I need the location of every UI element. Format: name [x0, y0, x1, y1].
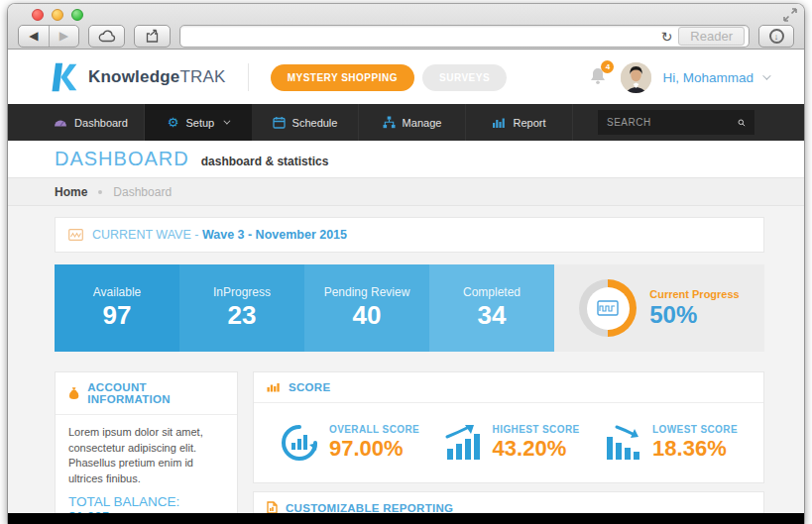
downloads-button[interactable]: ↓: [758, 25, 794, 48]
metric-text: HIGHEST SCORE 43.20%: [493, 424, 580, 462]
account-information-card: ACCOUNT INFORMATION Lorem ipsum dolor si…: [55, 371, 238, 524]
header-divider: [248, 63, 249, 91]
zoom-window-button[interactable]: [71, 9, 83, 21]
browser-window: ◀ ▶ ↻ Reader ↓: [8, 4, 804, 524]
overall-score-icon: [280, 423, 319, 463]
page-title: DASHBOARD: [55, 148, 189, 170]
close-window-button[interactable]: [32, 9, 44, 21]
browser-chrome: ◀ ▶ ↻ Reader ↓: [8, 4, 804, 50]
notifications-button[interactable]: 4: [589, 66, 607, 89]
metric-lowest-score: LOWEST SCORE 18.36%: [603, 423, 738, 463]
icloud-tabs-button[interactable]: [88, 25, 125, 48]
metric-text: LOWEST SCORE 18.36%: [652, 424, 738, 462]
setup-chevron-down-icon: [224, 118, 231, 125]
progress-text: Current Progress 50%: [649, 288, 739, 329]
page-content: KnowledgeTRAK MYSTERY SHOPPING SURVEYS 4: [8, 51, 804, 524]
account-card-title: ACCOUNT INFORMATION: [87, 381, 224, 405]
stat-available[interactable]: Available 97: [55, 264, 179, 352]
title-strip: DASHBOARD dashboard & statistics: [8, 141, 804, 177]
main-nav: Dashboard ⚙ Setup Schedule: [8, 104, 804, 141]
metric-overall-score: OVERALL SCORE 97.00%: [280, 423, 419, 463]
back-button[interactable]: ◀: [19, 26, 50, 47]
score-card: SCORE: [253, 371, 764, 483]
stat-inprogress[interactable]: InProgress 23: [179, 264, 304, 352]
user-greeting[interactable]: Hi, Mohammad: [662, 70, 754, 85]
search-icon[interactable]: [738, 116, 746, 130]
nav-search-box[interactable]: [598, 110, 754, 135]
oscilloscope-icon: [597, 300, 619, 316]
bar-chart-icon: [492, 117, 506, 129]
logo-k-icon: [48, 61, 79, 93]
share-button[interactable]: [134, 25, 171, 48]
nav-item-report[interactable]: Report: [466, 104, 573, 141]
forward-button[interactable]: ▶: [50, 26, 79, 47]
metric-value: 18.36%: [652, 436, 738, 462]
calendar-icon: [273, 116, 286, 129]
breadcrumb-separator: [98, 190, 102, 194]
site-header: KnowledgeTRAK MYSTERY SHOPPING SURVEYS 4: [8, 51, 804, 104]
mystery-shopping-button[interactable]: MYSTERY SHOPPING: [271, 64, 414, 91]
minimize-window-button[interactable]: [52, 9, 63, 21]
money-bag-icon: [68, 386, 79, 400]
progress-label: Current Progress: [649, 288, 739, 300]
account-description: Lorem ipsum dolor sit amet, consectetur …: [68, 425, 224, 486]
nav-item-manage[interactable]: Manage: [359, 104, 466, 141]
right-column: SCORE: [253, 371, 764, 524]
account-card-body: Lorem ipsum dolor sit amet, consectetur …: [56, 415, 237, 524]
cards-row: ACCOUNT INFORMATION Lorem ipsum dolor si…: [55, 371, 764, 524]
url-input[interactable]: [188, 30, 655, 44]
share-icon: [145, 29, 160, 44]
metric-label: HIGHEST SCORE: [493, 424, 580, 435]
nav-item-setup[interactable]: ⚙ Setup: [145, 104, 252, 141]
traffic-lights: [32, 9, 83, 21]
reporting-card-title: CUSTOMIZABLE REPORTING: [286, 502, 453, 514]
nav-item-schedule[interactable]: Schedule: [252, 104, 359, 141]
stat-completed[interactable]: Completed 34: [429, 264, 554, 352]
reader-button[interactable]: Reader: [678, 27, 745, 46]
stat-pending-review[interactable]: Pending Review 40: [304, 264, 429, 352]
wave-chart-icon: [68, 229, 83, 241]
knowledgetrak-logo[interactable]: KnowledgeTRAK: [48, 61, 226, 93]
history-buttons: ◀ ▶: [18, 25, 79, 48]
search-input[interactable]: [607, 117, 738, 128]
nav-label: Report: [513, 117, 545, 129]
highest-score-icon: [443, 423, 483, 463]
nav-label: Dashboard: [74, 117, 128, 129]
mini-bars-icon: [267, 382, 281, 392]
current-wave-text: CURRENT WAVE - Wave 3 - November 2015: [92, 228, 347, 242]
breadcrumb-home[interactable]: Home: [55, 185, 87, 199]
breadcrumb-current: Dashboard: [113, 185, 172, 199]
stats-row: Available 97 InProgress 23 Pending Revie…: [55, 264, 764, 352]
nav-item-dashboard[interactable]: Dashboard: [38, 104, 145, 141]
nav-label: Setup: [185, 117, 214, 129]
download-icon: ↓: [769, 29, 784, 44]
dashboard-content: CURRENT WAVE - Wave 3 - November 2015 Av…: [8, 206, 804, 524]
progress-donut: [579, 279, 637, 337]
stat-value: 23: [228, 300, 257, 331]
lowest-score-icon: [603, 423, 642, 463]
stat-value: 34: [478, 300, 507, 331]
avatar[interactable]: [621, 62, 651, 93]
window-bottom-cutoff-bar: [8, 513, 804, 524]
progress-donut-center: [587, 287, 630, 330]
logo-text: KnowledgeTRAK: [88, 67, 226, 87]
metric-label: LOWEST SCORE: [652, 424, 738, 435]
sitemap-icon: [383, 116, 396, 129]
surveys-button[interactable]: SURVEYS: [422, 64, 507, 91]
browser-toolbar: ◀ ▶ ↻ Reader ↓: [18, 25, 794, 48]
header-user-area: 4 Hi, Mohammad: [589, 62, 768, 93]
address-bar[interactable]: ↻ Reader: [179, 25, 750, 48]
stat-label: InProgress: [213, 285, 271, 299]
user-menu-chevron-down-icon[interactable]: [762, 71, 770, 79]
stat-label: Available: [93, 285, 141, 299]
stat-label: Completed: [463, 285, 521, 299]
account-card-header: ACCOUNT INFORMATION: [56, 372, 237, 415]
stat-value: 40: [353, 300, 382, 331]
metric-value: 97.00%: [329, 436, 419, 462]
nav-label: Manage: [403, 117, 442, 129]
score-card-title: SCORE: [289, 381, 330, 393]
gear-icon: ⚙: [168, 116, 179, 129]
nav-label: Schedule: [292, 117, 338, 129]
breadcrumb: Home Dashboard: [8, 177, 804, 206]
reload-icon[interactable]: ↻: [661, 29, 673, 45]
